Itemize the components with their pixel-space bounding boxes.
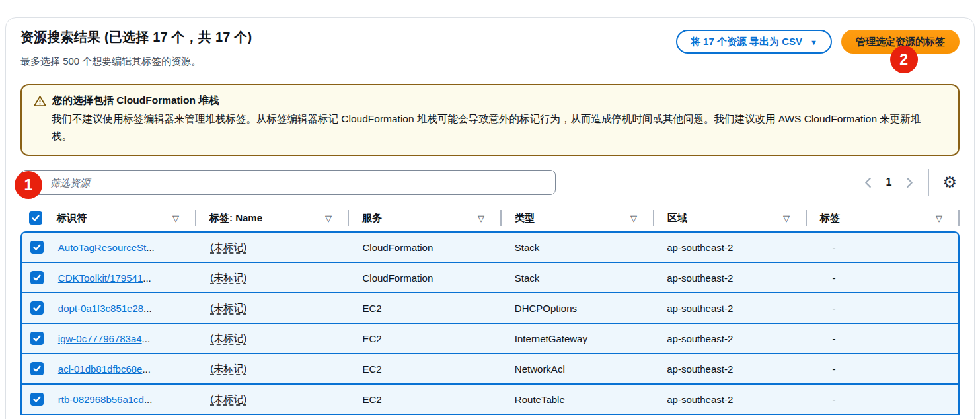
cell-region: ap-southeast-2 xyxy=(654,242,806,253)
not-tagged-label[interactable]: (未标记) xyxy=(210,272,246,283)
previous-page-button[interactable] xyxy=(858,172,878,192)
resource-link[interactable]: acl-01db81dfbc68e xyxy=(58,363,143,375)
filter-resources-input[interactable] xyxy=(20,170,556,195)
table-row[interactable]: AutoTagResourceSt... (未标记) CloudFormatio… xyxy=(20,231,960,263)
column-filter-icon[interactable]: ▽ xyxy=(936,213,942,223)
check-icon xyxy=(32,395,42,404)
cell-type: Stack xyxy=(502,272,654,284)
cell-identifier: AutoTagResourceSt... xyxy=(45,242,197,253)
column-label: 服务 xyxy=(362,212,382,225)
page-title-text: 资源搜索结果 xyxy=(20,30,100,44)
cell-tag-name: (未标记) xyxy=(197,332,349,345)
filter-input-wrap: 1 xyxy=(20,170,556,195)
resource-link[interactable]: AutoTagResourceSt xyxy=(58,242,146,253)
check-icon xyxy=(32,334,42,343)
column-label: 标签: Name xyxy=(209,212,262,225)
not-tagged-label[interactable]: (未标记) xyxy=(210,332,246,344)
cell-identifier: igw-0c77796783a4... xyxy=(45,333,197,344)
cell-service: CloudFormation xyxy=(350,272,502,284)
resource-link[interactable]: dopt-0a1f3c851e28 xyxy=(58,303,143,314)
row-select-cell xyxy=(22,332,45,345)
not-tagged-label[interactable]: (未标记) xyxy=(210,363,246,374)
row-checkbox[interactable] xyxy=(30,332,44,345)
check-icon xyxy=(32,364,42,373)
cell-tag-name: (未标记) xyxy=(197,241,349,254)
resource-link[interactable]: rtb-082968b56a1cd xyxy=(58,394,144,405)
cell-type: RouteTable xyxy=(502,394,654,405)
column-header-region: 区域 ▽ xyxy=(654,212,807,225)
results-header: 资源搜索结果 (已选择 17 个，共 17 个) 最多选择 500 个想要编辑其… xyxy=(20,28,960,68)
column-label: 标签 xyxy=(820,212,840,225)
row-checkbox[interactable] xyxy=(30,301,44,315)
row-checkbox[interactable] xyxy=(30,271,44,284)
not-tagged-label[interactable]: (未标记) xyxy=(210,241,246,252)
not-tagged-label[interactable]: (未标记) xyxy=(210,393,246,404)
row-checkbox[interactable] xyxy=(30,393,44,406)
column-filter-icon[interactable]: ▽ xyxy=(325,213,332,223)
table-row[interactable]: acl-01db81dfbc68e... (未标记) EC2 NetworkAc… xyxy=(20,353,960,385)
cell-identifier: dopt-0a1f3c851e28... xyxy=(45,303,197,314)
select-all-checkbox[interactable] xyxy=(29,211,42,225)
column-filter-icon[interactable]: ▽ xyxy=(172,213,179,223)
next-page-button[interactable] xyxy=(899,172,919,192)
header-actions: 将 17 个资源 导出为 CSV ▼ 管理选定资源的标签 2 xyxy=(676,30,960,54)
export-csv-button[interactable]: 将 17 个资源 导出为 CSV ▼ xyxy=(676,30,832,54)
cell-type: DHCPOptions xyxy=(502,303,654,314)
pagination: 1 ⚙ xyxy=(858,169,960,196)
check-icon xyxy=(31,213,40,223)
table-row[interactable]: igw-0c77796783a4... (未标记) EC2 InternetGa… xyxy=(20,323,960,354)
cell-tags: - xyxy=(806,394,959,405)
table-header-row: 标识符 ▽ 标签: Name ▽ 服务 ▽ 类型 ▽ 区域 ▽ xyxy=(20,205,960,231)
cell-tag-name: (未标记) xyxy=(197,393,349,406)
column-filter-icon[interactable]: ▽ xyxy=(783,213,790,223)
row-select-cell xyxy=(22,393,45,406)
cell-type: NetworkAcl xyxy=(502,363,654,375)
row-checkbox[interactable] xyxy=(30,362,44,375)
cell-tags: - xyxy=(806,242,959,253)
truncation-ellipsis: ... xyxy=(144,394,153,405)
truncation-ellipsis: ... xyxy=(143,272,151,284)
page-title: 资源搜索结果 (已选择 17 个，共 17 个) xyxy=(20,28,252,46)
table-row[interactable]: rtb-082968b56a1cd... (未标记) EC2 RouteTabl… xyxy=(20,383,960,415)
table-row[interactable]: dopt-0a1f3c851e28... (未标记) EC2 DHCPOptio… xyxy=(20,292,960,324)
row-select-cell xyxy=(22,301,45,315)
page-subtitle: 最多选择 500 个想要编辑其标签的资源。 xyxy=(20,56,252,68)
cell-region: ap-southeast-2 xyxy=(654,363,806,375)
cell-tag-name: (未标记) xyxy=(197,302,349,315)
warning-body: 我们不建议使用标签编辑器来管理堆栈标签。从标签编辑器标记 CloudFormat… xyxy=(52,110,937,145)
column-header-type: 类型 ▽ xyxy=(502,212,654,225)
column-header-identifier: 标识符 ▽ xyxy=(44,212,196,225)
cell-tag-name: (未标记) xyxy=(197,363,349,375)
column-filter-icon[interactable]: ▽ xyxy=(630,213,637,223)
chevron-left-icon xyxy=(864,177,872,188)
cell-tags: - xyxy=(806,272,959,284)
cell-tags: - xyxy=(806,363,959,375)
cell-type: Stack xyxy=(502,242,654,253)
warning-header: 您的选择包括 CloudFormation 堆栈 xyxy=(34,94,946,108)
cell-service: EC2 xyxy=(350,394,502,405)
warning-triangle-icon xyxy=(34,95,46,107)
cell-identifier: CDKToolkit/179541... xyxy=(45,272,197,284)
cell-tag-name: (未标记) xyxy=(197,272,349,284)
annotation-badge-1: 1 xyxy=(15,171,42,199)
cloudformation-warning-alert: 您的选择包括 CloudFormation 堆栈 我们不建议使用标签编辑器来管理… xyxy=(20,84,960,156)
resource-link[interactable]: igw-0c77796783a4 xyxy=(58,333,142,344)
column-divider xyxy=(958,210,960,226)
column-header-tag-name: 标签: Name ▽ xyxy=(196,212,349,225)
table-row[interactable]: CDKToolkit/179541... (未标记) CloudFormatio… xyxy=(20,262,960,293)
results-header-text: 资源搜索结果 (已选择 17 个，共 17 个) 最多选择 500 个想要编辑其… xyxy=(20,28,252,68)
column-label: 区域 xyxy=(667,212,687,225)
caret-down-icon: ▼ xyxy=(810,38,817,46)
resource-link[interactable]: CDKToolkit/179541 xyxy=(58,272,143,284)
column-filter-icon[interactable]: ▽ xyxy=(478,213,484,223)
manage-tags-button[interactable]: 管理选定资源的标签 2 xyxy=(841,30,960,54)
row-checkbox[interactable] xyxy=(30,241,44,254)
check-icon xyxy=(32,243,42,252)
tag-editor-results-page: 资源搜索结果 (已选择 17 个，共 17 个) 最多选择 500 个想要编辑其… xyxy=(0,0,980,419)
not-tagged-label[interactable]: (未标记) xyxy=(210,302,246,313)
settings-gear-icon[interactable]: ⚙ xyxy=(940,174,960,190)
table-toolbar: 1 1 ⚙ xyxy=(20,169,960,196)
current-page-number: 1 xyxy=(882,176,896,188)
cell-service: EC2 xyxy=(350,333,502,344)
cell-identifier: acl-01db81dfbc68e... xyxy=(45,363,197,375)
